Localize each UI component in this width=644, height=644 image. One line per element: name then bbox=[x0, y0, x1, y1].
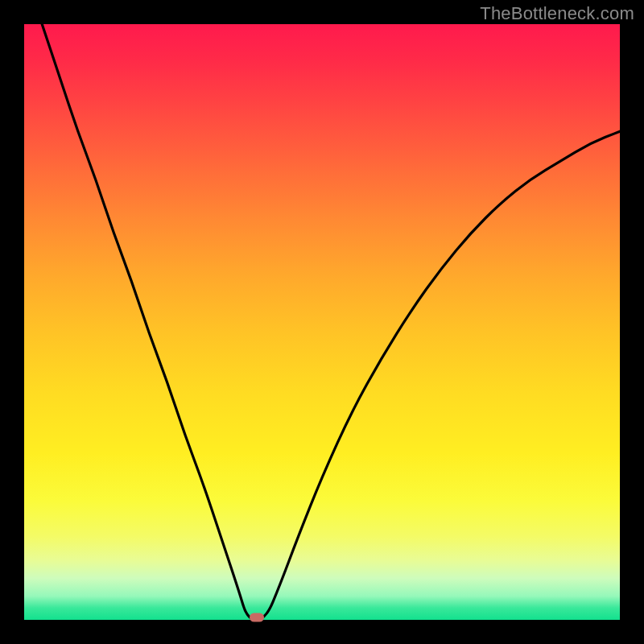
curve-path bbox=[42, 24, 620, 620]
chart-frame: TheBottleneck.com bbox=[0, 0, 644, 644]
plot-area bbox=[24, 24, 620, 620]
optimum-marker bbox=[250, 613, 264, 622]
bottleneck-curve bbox=[24, 24, 620, 620]
watermark-text: TheBottleneck.com bbox=[480, 3, 634, 24]
